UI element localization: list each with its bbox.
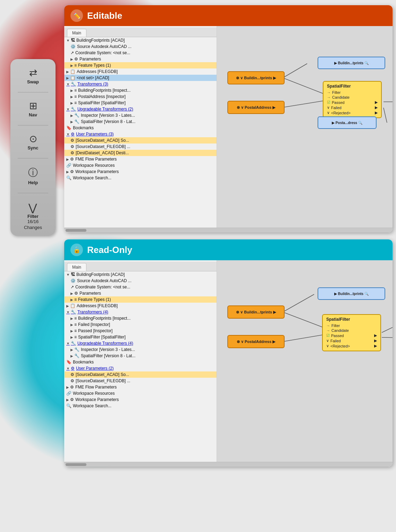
sidebar-help-label: Help — [28, 180, 38, 185]
svg-line-7 — [283, 335, 322, 342]
ro-node-buildin-inspector[interactable]: ▶ Buildin...tprints 🔍 — [318, 287, 385, 300]
svg-line-0 — [283, 64, 307, 78]
readonly-header-title: Read-Only — [87, 245, 132, 255]
tree-item[interactable]: 🔖Bookmarks — [64, 125, 217, 131]
editable-tree-pane[interactable]: Main ▼🏗BuildingFootprints [ACAD] ⚙️Sourc… — [64, 26, 217, 228]
ro-node-buildin-src[interactable]: ⊗ ∨ Buildin...tprints ▶ — [227, 305, 285, 319]
tree-item[interactable]: ▶⚙FME Flow Parameters — [64, 384, 217, 390]
node-buildin-src[interactable]: ⊗ ∨ Buildin...tprints ▶ — [227, 71, 285, 84]
sf-row-failed: ∨ Failed ▶ — [327, 105, 378, 110]
sf-title: SpatialFilter — [327, 84, 378, 89]
editable-scroll-thumb[interactable] — [66, 229, 86, 232]
node-postaladdress-src[interactable]: ⊗ ∨ PostalAddress ▶ — [227, 101, 285, 114]
tree-item[interactable]: 🔍Workspace Search... — [64, 175, 217, 181]
ro-sf-row-passed: ☑ Passed ▶ — [326, 333, 377, 338]
sync-icon: ⊙ — [29, 133, 37, 145]
tree-item[interactable]: 🔍Workspace Search... — [64, 403, 217, 409]
readonly-panel-header: 🔒 Read-Only — [64, 239, 393, 260]
readonly-tree-pane[interactable]: Main ▼🏗BuildingFootprints [ACAD] ⚙️Sourc… — [64, 260, 217, 462]
tree-item[interactable]: ⚙️Source Autodesk AutoCAD ... — [64, 278, 217, 284]
svg-line-8 — [382, 320, 393, 333]
tree-item[interactable]: ↗Coordinate System: <not se... — [64, 284, 217, 290]
ro-sf-row-filter: → Filter — [326, 323, 377, 328]
tree-item[interactable]: ▶≡SpatialFilter [SpatialFilter] — [64, 100, 217, 106]
tree-item[interactable]: ▶≡Failed [Inspector] — [64, 321, 217, 328]
sf-row-rejected: ∨ <Rejected> ▶ — [327, 110, 378, 115]
sidebar-divider-4 — [18, 193, 48, 193]
tree-item[interactable]: ▶⚙Parameters — [64, 56, 217, 62]
tree-item[interactable]: ▶⚙FME Flow Parameters — [64, 156, 217, 162]
tree-item[interactable]: ▶📋<not set> [ACAD] — [64, 75, 217, 81]
tree-item[interactable]: ⚙[SourceDataset_FILEGDB] ... — [64, 144, 217, 150]
tree-item[interactable]: ▼🔧Upgradeable Transformers (4) — [64, 340, 217, 346]
tree-item[interactable]: ▶🔧Inspector [Version 3 - Lates... — [64, 346, 217, 353]
editable-scrollbar[interactable] — [64, 228, 393, 232]
sf-row-candidate: → Candidate — [327, 95, 378, 100]
tree-item[interactable]: ▶📋Addresses [FILEGDB] — [64, 303, 217, 309]
readonly-canvas-pane: ⊗ ∨ Buildin...tprints ▶ ▶ Buildin...tpri… — [217, 260, 393, 462]
tree-item-feature-types[interactable]: ▶≡Feature Types (1) — [64, 62, 217, 68]
sf-row-passed: ☑ Passed ▶ — [327, 100, 378, 105]
tree-item[interactable]: ⚙[SourceDataset_ACAD] So... — [64, 137, 217, 144]
tree-item[interactable]: ▶🔧Inspector [Version 3 - Lates... — [64, 112, 217, 118]
tree-item[interactable]: ▶≡SpatialFilter [SpatialFilter] — [64, 334, 217, 340]
tree-item[interactable]: ▶🔧SpatialFilter [Version 8 - Lat... — [64, 118, 217, 125]
tree-item[interactable]: 🔗Workspace Resources — [64, 162, 217, 169]
swap-icon: ⇄ — [29, 67, 37, 79]
tree-item-feature-types-ro[interactable]: ▶≡Feature Types (1) — [64, 296, 217, 303]
svg-line-1 — [283, 78, 324, 94]
tree-item[interactable]: 🔖Bookmarks — [64, 359, 217, 365]
tree-item-workspace-resources[interactable]: 🔗Workspace Resources — [64, 390, 217, 396]
tree-item[interactable]: ▼🏗BuildingFootprints [ACAD] — [64, 37, 217, 43]
readonly-tab-main[interactable]: Main — [67, 263, 86, 271]
tree-item[interactable]: ▶⚙Workspace Parameters — [64, 169, 217, 175]
tree-item[interactable]: ▶⚙Parameters — [64, 290, 217, 296]
tree-item[interactable]: ⚙[SourceDataset_ACAD] So... — [64, 371, 217, 378]
tree-item[interactable]: ▼🔧Transformers (4) — [64, 309, 217, 315]
tree-item[interactable]: ▶≡PostalAddress [Inspector] — [64, 93, 217, 100]
sidebar-item-sync[interactable]: ⊙ Sync — [14, 130, 52, 153]
tree-item[interactable]: ▼⚙User Parameters (3) — [64, 131, 217, 137]
svg-line-2 — [283, 101, 324, 107]
node-buildin-inspector[interactable]: ▶ Buildin...tprints 🔍 — [318, 57, 385, 69]
sidebar-item-nav[interactable]: ⊞ Nav — [14, 97, 52, 120]
filter-section: ⋁ Filter 16/16Changes — [24, 202, 42, 231]
tree-item[interactable]: ▼🏗BuildingFootprints [ACAD] — [64, 271, 217, 278]
tree-item[interactable]: ▶≡BuildingFootprints [Inspect... — [64, 87, 217, 93]
spatial-filter-box-editable[interactable]: SpatialFilter → Filter → Candidate ☑ Pas… — [323, 81, 382, 118]
tree-item[interactable]: ⚙[SourceDataset_FILEGDB] ... — [64, 378, 217, 384]
filter-icon: ⋁ — [28, 202, 37, 214]
sidebar-swap-label: Swap — [27, 79, 39, 84]
tree-item[interactable]: ⚙[DestDataset_ACAD] Desti... — [64, 150, 217, 156]
editable-header-title: Editable — [87, 10, 122, 21]
tree-item[interactable]: ▶📋Addresses [FILEGDB] — [64, 68, 217, 75]
tree-item[interactable]: ▶⚙Workspace Parameters — [64, 396, 217, 403]
tree-item[interactable]: ⚙️Source Autodesk AutoCAD ... — [64, 43, 217, 50]
panels-container: ✏️ Editable Main ▼🏗BuildingFootprints [A… — [64, 5, 393, 474]
tree-item[interactable]: ▶≡Passed [Inspector] — [64, 328, 217, 334]
ro-sf-title: SpatialFilter — [326, 317, 377, 322]
node-posta-inspector[interactable]: ▶ Posta...dress 🔍 — [318, 116, 377, 129]
sidebar-item-swap[interactable]: ⇄ Swap — [14, 64, 52, 87]
tree-item[interactable]: ▶🔧SpatialFilter [Version 8 - Lat... — [64, 353, 217, 359]
tree-item[interactable]: ▼⚙User Parameters (2) — [64, 365, 217, 371]
sidebar-item-help[interactable]: ⓘ Help — [14, 163, 52, 188]
editable-tab-main[interactable]: Main — [67, 29, 86, 37]
ro-node-postaladdress-src[interactable]: ⊗ ∨ PostalAddress ▶ — [227, 335, 285, 348]
tree-item[interactable]: ▼🔧Transformers (3) — [64, 81, 217, 87]
readonly-scrollbar[interactable] — [64, 462, 393, 467]
spatial-filter-box-readonly[interactable]: SpatialFilter → Filter → Candidate ☑ Pas… — [322, 314, 381, 351]
nav-icon: ⊞ — [29, 100, 37, 112]
ro-sf-row-failed: ∨ Failed ▶ — [326, 338, 377, 343]
sidebar-sync-label: Sync — [27, 145, 38, 150]
tree-item[interactable]: ↗Coordinate System: <not se... — [64, 50, 217, 56]
sf-row-filter: → Filter — [327, 90, 378, 95]
ro-sf-row-candidate: → Candidate — [326, 328, 377, 333]
tree-item[interactable]: ▶≡BuildingFootprints [Inspect... — [64, 315, 217, 321]
editable-canvas-pane: ⊗ ∨ Buildin...tprints ▶ ▶ Buildin...tpri… — [217, 26, 393, 228]
readonly-scroll-thumb[interactable] — [66, 463, 86, 466]
help-icon: ⓘ — [28, 166, 38, 179]
panel-editable: ✏️ Editable Main ▼🏗BuildingFootprints [A… — [64, 5, 393, 232]
tree-item[interactable]: ▼🔧Upgradeable Transformers (2) — [64, 106, 217, 112]
editable-header-icon: ✏️ — [70, 9, 83, 22]
